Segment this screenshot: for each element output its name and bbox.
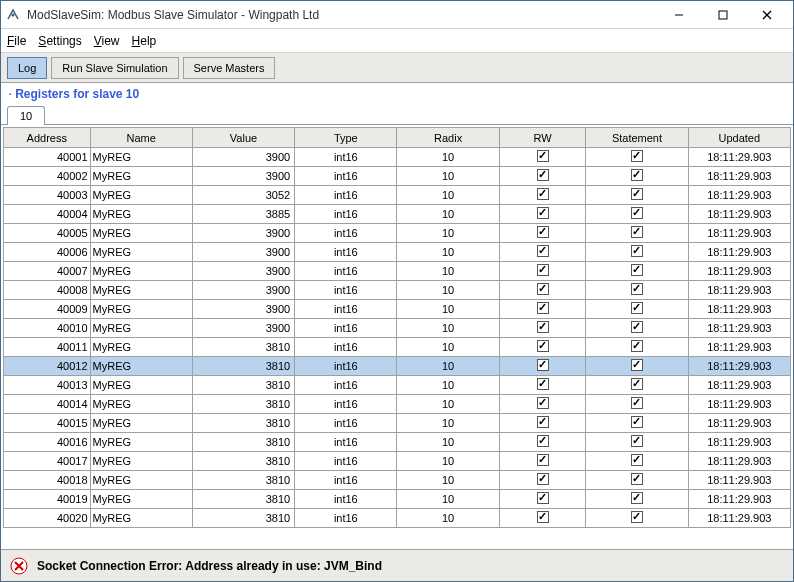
cell-radix[interactable]: 10 xyxy=(397,319,499,338)
cell-name[interactable]: MyREG xyxy=(90,433,192,452)
cell-radix[interactable]: 10 xyxy=(397,452,499,471)
cell-value[interactable]: 3810 xyxy=(192,433,294,452)
cell-radix[interactable]: 10 xyxy=(397,148,499,167)
cell-value[interactable]: 3900 xyxy=(192,300,294,319)
cell-radix[interactable]: 10 xyxy=(397,281,499,300)
cell-statement[interactable] xyxy=(586,205,688,224)
rw-checkbox[interactable] xyxy=(537,169,549,181)
cell-rw[interactable] xyxy=(499,205,586,224)
statement-checkbox[interactable] xyxy=(631,283,643,295)
cell-type[interactable]: int16 xyxy=(295,376,397,395)
cell-address[interactable]: 40004 xyxy=(4,205,91,224)
cell-rw[interactable] xyxy=(499,490,586,509)
statement-checkbox[interactable] xyxy=(631,321,643,333)
cell-updated[interactable]: 18:11:29.903 xyxy=(688,338,790,357)
cell-name[interactable]: MyREG xyxy=(90,509,192,528)
cell-value[interactable]: 3900 xyxy=(192,281,294,300)
cell-statement[interactable] xyxy=(586,262,688,281)
col-radix[interactable]: Radix xyxy=(397,128,499,148)
cell-rw[interactable] xyxy=(499,148,586,167)
rw-checkbox[interactable] xyxy=(537,511,549,523)
close-button[interactable] xyxy=(745,4,789,26)
rw-checkbox[interactable] xyxy=(537,397,549,409)
maximize-button[interactable] xyxy=(701,4,745,26)
table-row[interactable]: 40017MyREG3810int161018:11:29.903 xyxy=(4,452,791,471)
cell-updated[interactable]: 18:11:29.903 xyxy=(688,281,790,300)
cell-value[interactable]: 3900 xyxy=(192,262,294,281)
cell-statement[interactable] xyxy=(586,338,688,357)
cell-address[interactable]: 40011 xyxy=(4,338,91,357)
statement-checkbox[interactable] xyxy=(631,264,643,276)
cell-updated[interactable]: 18:11:29.903 xyxy=(688,205,790,224)
cell-updated[interactable]: 18:11:29.903 xyxy=(688,300,790,319)
cell-type[interactable]: int16 xyxy=(295,262,397,281)
col-name[interactable]: Name xyxy=(90,128,192,148)
statement-checkbox[interactable] xyxy=(631,454,643,466)
cell-value[interactable]: 3810 xyxy=(192,414,294,433)
cell-type[interactable]: int16 xyxy=(295,224,397,243)
table-row[interactable]: 40002MyREG3900int161018:11:29.903 xyxy=(4,167,791,186)
col-address[interactable]: Address xyxy=(4,128,91,148)
statement-checkbox[interactable] xyxy=(631,378,643,390)
cell-address[interactable]: 40019 xyxy=(4,490,91,509)
menu-view[interactable]: View xyxy=(94,34,120,48)
table-row[interactable]: 40004MyREG3885int161018:11:29.903 xyxy=(4,205,791,224)
table-row[interactable]: 40015MyREG3810int161018:11:29.903 xyxy=(4,414,791,433)
cell-value[interactable]: 3900 xyxy=(192,319,294,338)
rw-checkbox[interactable] xyxy=(537,454,549,466)
cell-address[interactable]: 40010 xyxy=(4,319,91,338)
cell-radix[interactable]: 10 xyxy=(397,262,499,281)
cell-value[interactable]: 3810 xyxy=(192,338,294,357)
cell-updated[interactable]: 18:11:29.903 xyxy=(688,395,790,414)
cell-type[interactable]: int16 xyxy=(295,167,397,186)
cell-rw[interactable] xyxy=(499,319,586,338)
cell-radix[interactable]: 10 xyxy=(397,490,499,509)
cell-address[interactable]: 40017 xyxy=(4,452,91,471)
log-button[interactable]: Log xyxy=(7,57,47,79)
cell-type[interactable]: int16 xyxy=(295,414,397,433)
cell-value[interactable]: 3810 xyxy=(192,490,294,509)
cell-radix[interactable]: 10 xyxy=(397,338,499,357)
cell-name[interactable]: MyREG xyxy=(90,357,192,376)
cell-address[interactable]: 40005 xyxy=(4,224,91,243)
statement-checkbox[interactable] xyxy=(631,492,643,504)
cell-statement[interactable] xyxy=(586,167,688,186)
cell-rw[interactable] xyxy=(499,262,586,281)
cell-type[interactable]: int16 xyxy=(295,471,397,490)
rw-checkbox[interactable] xyxy=(537,492,549,504)
cell-radix[interactable]: 10 xyxy=(397,243,499,262)
cell-updated[interactable]: 18:11:29.903 xyxy=(688,452,790,471)
table-row[interactable]: 40020MyREG3810int161018:11:29.903 xyxy=(4,509,791,528)
cell-rw[interactable] xyxy=(499,338,586,357)
cell-value[interactable]: 3810 xyxy=(192,452,294,471)
cell-rw[interactable] xyxy=(499,357,586,376)
cell-address[interactable]: 40015 xyxy=(4,414,91,433)
rw-checkbox[interactable] xyxy=(537,302,549,314)
rw-checkbox[interactable] xyxy=(537,264,549,276)
rw-checkbox[interactable] xyxy=(537,226,549,238)
cell-address[interactable]: 40020 xyxy=(4,509,91,528)
statement-checkbox[interactable] xyxy=(631,302,643,314)
cell-radix[interactable]: 10 xyxy=(397,414,499,433)
cell-type[interactable]: int16 xyxy=(295,186,397,205)
col-updated[interactable]: Updated xyxy=(688,128,790,148)
cell-updated[interactable]: 18:11:29.903 xyxy=(688,319,790,338)
cell-statement[interactable] xyxy=(586,509,688,528)
cell-type[interactable]: int16 xyxy=(295,433,397,452)
cell-rw[interactable] xyxy=(499,471,586,490)
cell-rw[interactable] xyxy=(499,376,586,395)
table-row[interactable]: 40018MyREG3810int161018:11:29.903 xyxy=(4,471,791,490)
cell-type[interactable]: int16 xyxy=(295,205,397,224)
cell-statement[interactable] xyxy=(586,224,688,243)
run-slave-simulation-button[interactable]: Run Slave Simulation xyxy=(51,57,178,79)
rw-checkbox[interactable] xyxy=(537,416,549,428)
table-row[interactable]: 40001MyREG3900int161018:11:29.903 xyxy=(4,148,791,167)
cell-rw[interactable] xyxy=(499,395,586,414)
col-statement[interactable]: Statement xyxy=(586,128,688,148)
cell-value[interactable]: 3810 xyxy=(192,376,294,395)
col-value[interactable]: Value xyxy=(192,128,294,148)
cell-updated[interactable]: 18:11:29.903 xyxy=(688,376,790,395)
cell-rw[interactable] xyxy=(499,300,586,319)
cell-statement[interactable] xyxy=(586,490,688,509)
cell-statement[interactable] xyxy=(586,243,688,262)
